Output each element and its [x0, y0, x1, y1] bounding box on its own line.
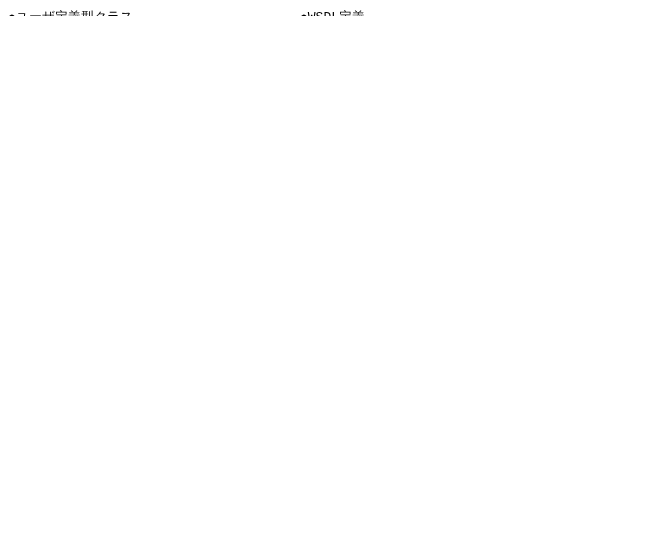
userdata-title: ●ユーザ定義型クラス [8, 8, 286, 16]
wsdl-title: ●WSDL定義 [300, 8, 652, 16]
